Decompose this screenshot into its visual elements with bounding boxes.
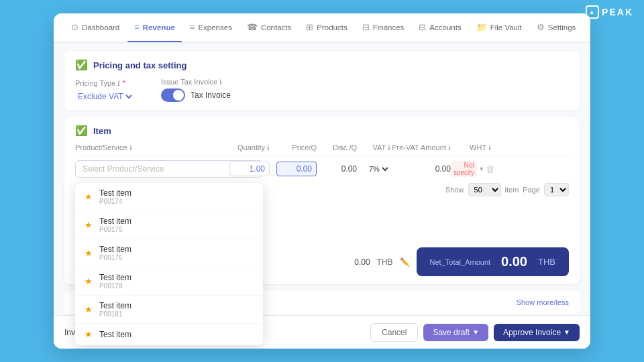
tax-invoice-info-icon: ℹ: [219, 78, 222, 86]
item-title: Item: [93, 126, 111, 136]
save-draft-button[interactable]: Save draft ▼: [423, 324, 488, 341]
delete-row-icon[interactable]: 🗑: [486, 164, 494, 174]
cancel-button[interactable]: Cancel: [370, 323, 418, 342]
item-header: ✅ Item: [75, 125, 569, 137]
tab-finances-label: Finances: [373, 23, 405, 32]
page-num-select[interactable]: 1 2: [544, 183, 569, 196]
item-row: Select Product/Service ▲ 0.00: [75, 160, 569, 178]
item-info-5: Test item: [99, 330, 131, 339]
product-placeholder: Select Product/Service: [83, 164, 164, 174]
item-code-2: P00176: [99, 254, 131, 261]
dropdown-item-0[interactable]: ★ Test item P00174: [75, 183, 263, 211]
product-select-col: Select Product/Service ▲: [75, 160, 223, 178]
pricing-type-select[interactable]: Exclude VAT Include VAT: [75, 91, 134, 102]
dropdown-item-4[interactable]: ★ Test item P00181: [75, 296, 263, 324]
vat-select[interactable]: 7% 0%: [366, 164, 390, 174]
tab-filevault-label: File Vault: [490, 23, 522, 32]
dropdown-item-1[interactable]: ★ Test item P00175: [75, 211, 263, 239]
col-header-vat: VAT ℹ: [357, 143, 390, 152]
required-indicator: *: [122, 78, 125, 88]
bottom-actions: Cancel Save draft ▼ Approve Invoice ▼: [370, 323, 580, 342]
tax-invoice-toggle-wrap: Tax Invoice: [161, 88, 231, 102]
contacts-icon: ☎: [247, 22, 258, 32]
subtotal-currency: THB: [377, 257, 393, 267]
app-logo: ▲ PEAK: [586, 5, 633, 19]
save-draft-chevron-icon: ▼: [472, 328, 479, 336]
star-icon-0: ★: [85, 192, 93, 202]
pricing-type-select-wrap: Exclude VAT Include VAT: [75, 91, 134, 102]
table-header: Product/Service ℹ Quantity ℹ Price/Q Dis…: [75, 143, 569, 156]
item-name-4: Test item: [99, 301, 131, 310]
item-info-3: Test item P00178: [99, 273, 131, 290]
filevault-icon: 📁: [476, 22, 487, 32]
tab-products-label: Products: [317, 23, 347, 32]
col-header-disc: Disc./Q: [317, 143, 357, 152]
tab-finances[interactable]: ⊟ Finances: [356, 13, 411, 42]
wht-cell: Notspecify ▼ 🗑: [451, 161, 491, 177]
quantity-input[interactable]: [229, 162, 270, 176]
net-total-amount: 0.00: [501, 254, 527, 269]
net-total-box: Net_Total_Amount 0.00 THB: [417, 247, 569, 276]
col-header-price: Price/Q: [270, 143, 317, 152]
item-name-1: Test item: [99, 217, 131, 226]
item-code-4: P00181: [99, 310, 131, 318]
price-cell: [270, 162, 317, 176]
item-name-0: Test item: [99, 188, 131, 198]
disc-value: 0.00: [341, 164, 357, 174]
item-code-1: P00175: [99, 226, 131, 233]
tab-revenue-label: Revenue: [143, 23, 175, 32]
dropdown-item-3[interactable]: ★ Test item P00178: [75, 267, 263, 296]
dropdown-item-5[interactable]: ★ Test item: [75, 324, 263, 345]
tab-filevault[interactable]: 📁 File Vault: [470, 13, 529, 42]
item-section: ✅ Item Product/Service ℹ Quantity ℹ Pric…: [64, 117, 580, 284]
item-code-3: P00178: [99, 282, 131, 290]
tab-products[interactable]: ⊞ Products: [299, 13, 354, 42]
show-more-link[interactable]: Show more/less: [517, 298, 569, 306]
item-name-2: Test item: [99, 245, 131, 254]
tax-invoice-toggle-label: Tax Invoice: [191, 90, 231, 100]
quantity-cell: [223, 162, 270, 176]
check-icon: ✅: [75, 59, 88, 71]
tab-expenses[interactable]: ≡ Expenses: [183, 13, 239, 42]
approve-button[interactable]: Approve Invoice ▼: [494, 324, 580, 341]
item-name-5: Test item: [99, 330, 131, 339]
tab-dashboard-label: Dashboard: [82, 23, 119, 32]
tab-accounts[interactable]: ⊟ Accounts: [412, 13, 468, 42]
finances-icon: ⊟: [362, 22, 370, 32]
toggle-knob: [173, 90, 184, 101]
col-header-product: Product/Service ℹ: [75, 143, 223, 152]
item-info-0: Test item P00174: [99, 188, 131, 205]
tab-revenue[interactable]: ≡ Revenue: [127, 13, 182, 42]
tab-contacts[interactable]: ☎ Contacts: [240, 13, 298, 42]
net-total-currency: THB: [538, 257, 555, 267]
item-check-icon: ✅: [75, 125, 88, 137]
products-icon: ⊞: [306, 22, 313, 32]
wht-chevron-icon: ▼: [478, 166, 484, 172]
subtotal-edit-icon[interactable]: ✏️: [400, 257, 410, 267]
tax-invoice-toggle[interactable]: [161, 88, 185, 102]
col-wht-info-icon: ℹ: [488, 144, 491, 152]
app-window: ⊙ Dashboard ≡ Revenue ≡ Expenses ☎ Conta…: [54, 13, 590, 349]
item-info-1: Test item P00175: [99, 217, 131, 233]
star-icon-5: ★: [85, 329, 93, 339]
page-label: Page: [523, 186, 540, 194]
price-input[interactable]: [276, 162, 317, 176]
pricing-row: Pricing Type ℹ * Exclude VAT Include VAT…: [75, 78, 569, 102]
revenue-icon: ≡: [134, 22, 140, 32]
wht-select-wrap: Notspecify ▼ 🗑: [451, 161, 491, 177]
tax-invoice-group: Issue Tax Invoice ℹ Tax Invoice: [161, 78, 231, 102]
product-dropdown-menu: ★ Test item P00174 ★ Test item P00175: [75, 183, 263, 345]
item-code-0: P00174: [99, 198, 131, 205]
top-nav: ⊙ Dashboard ≡ Revenue ≡ Expenses ☎ Conta…: [54, 13, 590, 43]
item-info-4: Test item P00181: [99, 301, 131, 318]
tab-settings-label: Settings: [548, 23, 576, 32]
col-header-qty: Quantity ℹ: [223, 143, 270, 152]
dropdown-item-2[interactable]: ★ Test item P00176: [75, 239, 263, 267]
show-count-select[interactable]: 50 25 100: [468, 183, 501, 196]
prevat-cell: 0.00: [390, 164, 451, 174]
tab-dashboard[interactable]: ⊙ Dashboard: [64, 13, 126, 42]
star-icon-4: ★: [85, 304, 93, 314]
tab-settings[interactable]: ⚙ Settings: [530, 13, 583, 42]
show-label: Show: [445, 186, 464, 194]
approve-label: Approve Invoice: [503, 328, 561, 337]
